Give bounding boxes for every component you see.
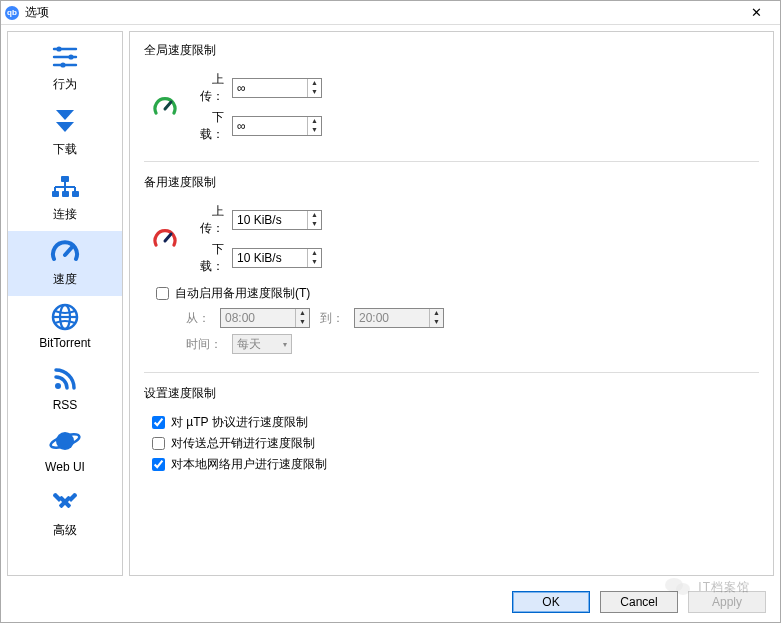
watermark: IT档案馆 — [664, 575, 750, 600]
divider — [144, 161, 759, 162]
svg-point-19 — [55, 383, 61, 389]
ok-button[interactable]: OK — [512, 591, 590, 613]
alt-download-label: 下载： — [190, 241, 224, 275]
sidebar-item-rss[interactable]: RSS — [8, 358, 122, 420]
overhead-limit-checkbox[interactable]: 对传送总开销进行速度限制 — [152, 435, 315, 452]
svg-rect-6 — [61, 176, 69, 182]
sidebar-item-connection[interactable]: 连接 — [8, 166, 122, 231]
sidebar-item-advanced[interactable]: 高级 — [8, 482, 122, 547]
sidebar-item-downloads[interactable]: 下载 — [8, 101, 122, 166]
rss-icon — [51, 362, 79, 396]
sidebar: 行为 下载 连接 速度 BitTorrent — [7, 31, 123, 576]
group-alt-limits: 备用速度限制 上传： ▲▼ 下载： ▲▼ — [144, 174, 759, 354]
period-select[interactable]: 每天▾ — [232, 334, 292, 354]
group-title: 全局速度限制 — [144, 42, 759, 63]
svg-point-4 — [68, 54, 73, 59]
wechat-icon — [664, 575, 692, 600]
group-title: 备用速度限制 — [144, 174, 759, 195]
sidebar-item-webui[interactable]: Web UI — [8, 420, 122, 482]
gauge-green-icon — [152, 94, 178, 120]
svg-line-24 — [165, 102, 171, 109]
group-title: 设置速度限制 — [144, 385, 759, 406]
chevron-down-icon: ▾ — [283, 340, 287, 349]
svg-rect-7 — [52, 191, 59, 197]
schedule-checkbox[interactable]: 自动启用备用速度限制(T) — [156, 285, 310, 302]
svg-point-3 — [56, 46, 61, 51]
dialog-buttons: OK Cancel Apply — [1, 582, 780, 622]
sidebar-item-behavior[interactable]: 行为 — [8, 36, 122, 101]
alt-upload-spinner[interactable]: ▲▼ — [232, 210, 322, 230]
svg-line-15 — [65, 246, 73, 255]
alt-download-spinner[interactable]: ▲▼ — [232, 248, 322, 268]
download-label: 下载： — [190, 109, 224, 143]
divider — [144, 372, 759, 373]
app-icon: qb — [5, 6, 19, 20]
from-time-spinner[interactable]: ▲▼ — [220, 308, 310, 328]
svg-rect-8 — [62, 191, 69, 197]
svg-point-27 — [676, 583, 690, 595]
to-label: 到： — [320, 310, 344, 327]
svg-rect-9 — [72, 191, 79, 197]
upload-label: 上传： — [190, 71, 224, 105]
sliders-icon — [50, 40, 80, 74]
global-download-spinner[interactable]: ▲▼ — [232, 116, 322, 136]
alt-upload-label: 上传： — [190, 203, 224, 237]
from-label: 从： — [186, 310, 210, 327]
gauge-icon — [49, 235, 81, 269]
to-time-spinner[interactable]: ▲▼ — [354, 308, 444, 328]
sidebar-item-speed[interactable]: 速度 — [8, 231, 122, 296]
network-icon — [49, 170, 81, 204]
window-title: 选项 — [25, 4, 736, 21]
svg-line-25 — [165, 234, 171, 241]
close-button[interactable]: ✕ — [736, 5, 776, 20]
group-limit-settings: 设置速度限制 对 µTP 协议进行速度限制 对传送总开销进行速度限制 对本地网络… — [144, 385, 759, 473]
tools-icon — [50, 486, 80, 520]
download-icon — [50, 105, 80, 139]
global-upload-spinner[interactable]: ▲▼ — [232, 78, 322, 98]
utp-limit-checkbox[interactable]: 对 µTP 协议进行速度限制 — [152, 414, 308, 431]
svg-point-5 — [60, 62, 65, 67]
settings-panel: 全局速度限制 上传： ▲▼ 下载： ▲▼ — [129, 31, 774, 576]
group-global-limits: 全局速度限制 上传： ▲▼ 下载： ▲▼ — [144, 42, 759, 143]
lan-limit-checkbox[interactable]: 对本地网络用户进行速度限制 — [152, 456, 327, 473]
period-label: 时间： — [186, 336, 222, 353]
gauge-red-icon — [152, 226, 178, 252]
sidebar-item-bittorrent[interactable]: BitTorrent — [8, 296, 122, 358]
planet-icon — [49, 424, 81, 458]
globe-icon — [50, 300, 80, 334]
